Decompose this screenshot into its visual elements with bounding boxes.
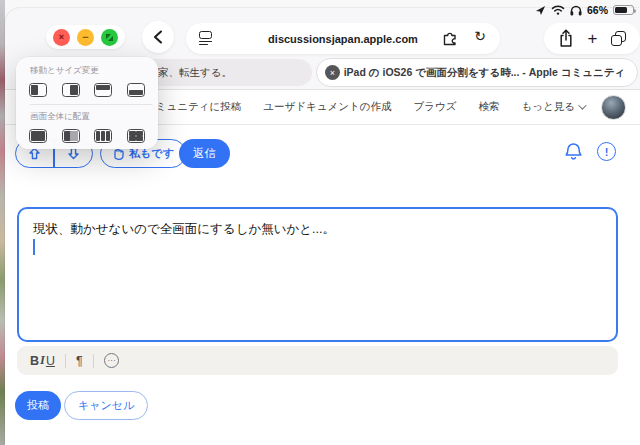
nav-browse[interactable]: ブラウズ (414, 100, 457, 114)
headphones-icon (570, 5, 582, 16)
close-tab-button[interactable]: × (325, 65, 340, 80)
wifi-icon (551, 5, 565, 15)
arrange-split-two-icon[interactable] (62, 129, 80, 143)
snap-right-half-icon[interactable] (62, 83, 80, 97)
nav-search[interactable]: 検索 (479, 100, 500, 114)
ipad-screen: 66% × − discussionsjapan.apple.com ↻ + 家… (0, 0, 640, 445)
nav-post-to-community[interactable]: コミュニティに投稿 (145, 100, 241, 114)
nav-see-more[interactable]: もっと見る (522, 100, 584, 114)
move-resize-options (16, 83, 158, 97)
back-button[interactable] (142, 21, 174, 53)
active-tab[interactable]: × iPad の iOS26 で画面分割をする時... - Apple コミュニ… (316, 58, 638, 87)
arrange-options (16, 129, 158, 143)
paragraph-button[interactable]: ¶ (76, 354, 83, 368)
toolbar-buttons: + (544, 23, 640, 54)
address-bar[interactable]: discussionsjapan.apple.com ↻ (186, 23, 500, 54)
nav-create-user-document[interactable]: ユーザドキュメントの作成 (263, 100, 391, 114)
see-more-label: もっと見る (522, 100, 575, 114)
bold-button[interactable]: B (30, 354, 39, 368)
battery-percent: 66% (587, 4, 608, 16)
location-arrow-icon (535, 5, 546, 16)
fullscreen-window-button[interactable] (101, 29, 118, 46)
share-icon[interactable] (558, 29, 574, 48)
editor-toolbar: B I U ¶ ⋯ (17, 346, 618, 375)
bell-icon (563, 141, 584, 162)
minimize-icon: − (82, 31, 88, 43)
underline-button[interactable]: U (46, 354, 55, 368)
cancel-button[interactable]: キャンセル (64, 391, 148, 420)
fullscreen-icon (105, 33, 114, 42)
report-concern-button[interactable]: ! (597, 142, 616, 161)
move-resize-section-label: 移動とサイズ変更 (30, 65, 158, 77)
extensions-puzzle-icon[interactable] (442, 31, 458, 46)
new-tab-icon[interactable]: + (588, 30, 598, 47)
more-options-button[interactable]: ⋯ (104, 353, 119, 368)
user-avatar[interactable] (601, 95, 626, 120)
reply-text-area[interactable]: 現状、動かせないので全画面にするしか無いかと...。 (17, 207, 618, 342)
minimize-window-button[interactable]: − (77, 29, 94, 46)
reply-button[interactable]: 返信 (179, 139, 230, 168)
arrange-section-label: 画面全体に配置 (30, 111, 158, 123)
tab-overview-icon[interactable] (611, 31, 626, 46)
window-controls: × − (46, 25, 125, 49)
arrange-grid-four-icon[interactable] (127, 129, 145, 143)
url-text: discussionsjapan.apple.com (268, 33, 418, 45)
text-style-group: B I U (30, 353, 55, 368)
text-cursor (33, 239, 35, 255)
snap-top-half-icon[interactable] (94, 83, 112, 97)
ellipsis-icon: ⋯ (107, 356, 115, 365)
close-icon: × (59, 32, 64, 42)
italic-button[interactable]: I (40, 353, 45, 368)
exclamation-icon: ! (605, 146, 609, 158)
chevron-down-icon (578, 101, 586, 109)
snap-bottom-half-icon[interactable] (127, 83, 145, 97)
notification-bell-button[interactable] (563, 141, 585, 163)
arrange-three-columns-icon[interactable] (94, 129, 112, 143)
active-tab-title: iPad の iOS26 で画面分割をする時... - Apple コミュニティ (344, 66, 626, 80)
post-button[interactable]: 投稿 (15, 391, 61, 420)
snap-left-half-icon[interactable] (29, 83, 47, 97)
window-arrangement-menu: 移動とサイズ変更 画面全体に配置 (16, 57, 158, 149)
close-tab-icon: × (330, 68, 335, 78)
arrange-full-screen-icon[interactable] (29, 129, 47, 143)
menu-divider (30, 104, 152, 105)
reader-view-icon[interactable] (199, 31, 213, 45)
toolbar-divider (65, 354, 66, 368)
reload-icon[interactable]: ↻ (474, 28, 486, 44)
close-window-button[interactable]: × (53, 29, 70, 46)
battery-icon (613, 5, 634, 16)
chevron-back-icon (151, 29, 165, 45)
reply-draft-text: 現状、動かせないので全画面にするしか無いかと...。 (33, 222, 335, 236)
status-bar: 66% (535, 4, 634, 16)
toolbar-divider (93, 354, 94, 368)
